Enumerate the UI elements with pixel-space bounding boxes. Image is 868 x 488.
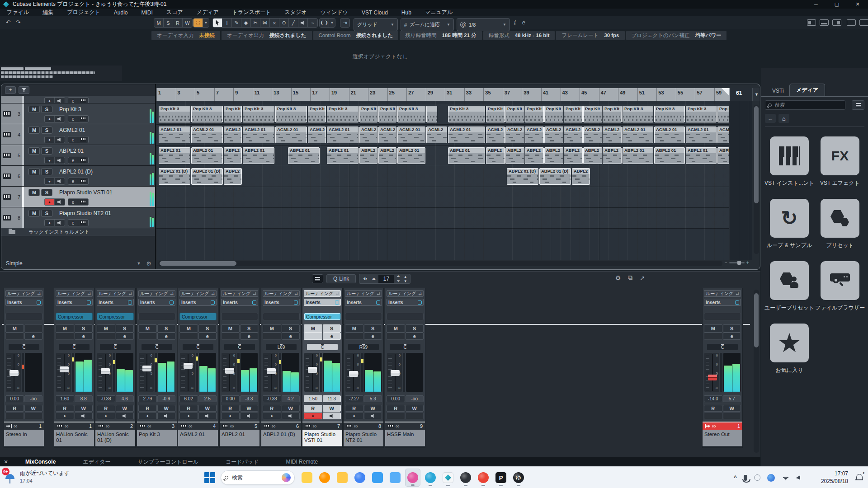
channel-mute-button[interactable]: M (5, 324, 24, 333)
midi-clip[interactable]: ABPL2 (572, 168, 590, 185)
read-automation-button[interactable]: R (56, 405, 74, 412)
track-edit-button[interactable]: e (68, 116, 78, 122)
fader-cap[interactable] (225, 368, 234, 374)
fx-tile-icon[interactable]: FX (821, 136, 859, 175)
track-instrument-button[interactable] (78, 98, 88, 103)
midi-clip[interactable]: AGML2 (603, 127, 622, 143)
channel-mute-button[interactable]: M (138, 324, 157, 333)
midi-clip[interactable]: AGML2 (505, 127, 524, 143)
mixer-channel[interactable]: ルーティング⇄InsertsMSeR69605∞-2.275.3RW●∞8Pia… (343, 288, 384, 448)
midi-clip[interactable]: ABPL2 01 (D) (191, 168, 223, 185)
close-lower-zone-icon[interactable]: ✕ (0, 459, 12, 465)
track-solo-button[interactable]: S (41, 147, 52, 155)
midi-clip[interactable]: ABPL2 01 (654, 147, 685, 164)
monitor-button[interactable] (282, 413, 300, 419)
fader-cap[interactable] (308, 367, 317, 373)
taskbar-app-cubase[interactable] (440, 469, 456, 487)
midi-clip[interactable]: ABPL2 01 (686, 147, 717, 164)
midi-clip[interactable]: ABPL2 01 (448, 147, 485, 164)
volume-value[interactable]: 2.79 (138, 395, 157, 402)
track-row[interactable]: 3MSPop Kit 3●e (1, 103, 155, 124)
track-row[interactable]: 7MSPiapro Studio VSTi 01●e (1, 187, 155, 207)
insert-slot[interactable] (5, 313, 42, 320)
channel-solo-button[interactable]: S (75, 324, 93, 333)
menu-item[interactable]: Hub (395, 9, 418, 16)
write-automation-button[interactable]: W (116, 405, 134, 412)
mixer-scrollbar-thumb[interactable] (754, 293, 759, 347)
channel-mute-button[interactable]: M (387, 324, 405, 333)
midi-clip[interactable]: Pop Kit 3 (623, 106, 653, 122)
track-record-button[interactable]: ● (45, 116, 55, 122)
midi-clip[interactable]: ABPL2 01 (159, 147, 190, 164)
peak-value[interactable]: 5.7 (723, 395, 741, 402)
track-monitor-button[interactable] (55, 199, 65, 205)
iterative-quantize-icon[interactable]: ⁒ (514, 19, 516, 26)
midi-clip[interactable]: Pop Kit 3 (159, 106, 190, 122)
write-automation-button[interactable]: W (406, 405, 424, 412)
channel-name[interactable]: Piapro Studio VSTi 01 (302, 430, 342, 446)
chevron-down-icon[interactable]: ▼ (137, 261, 141, 266)
menu-item[interactable]: スタジオ (278, 9, 314, 16)
pan-control[interactable]: L69 (266, 344, 297, 350)
mixer-channel[interactable]: ルーティング⇄InsertsCompressorMSeC605∞1.5011.3… (302, 288, 343, 448)
midi-clip[interactable]: Pop Kit 3 (686, 106, 717, 122)
write-automation-button[interactable]: W (75, 405, 93, 412)
track-mute-button[interactable]: M (28, 127, 40, 134)
arrange-area[interactable]: Pop Kit 3Pop Kit 3Pop KitPop Kit 3Pop Ki… (156, 101, 752, 260)
hex-tile-icon[interactable] (821, 199, 859, 238)
routing-rack[interactable]: ルーティング⇄ (56, 290, 93, 297)
volume-value[interactable]: 6.02 (179, 395, 198, 402)
tab-vsti[interactable]: VSTi (766, 85, 790, 96)
midi-clip[interactable]: ABPL2 (359, 147, 377, 164)
media-tile[interactable]: ファイルブラウザー (815, 261, 865, 312)
track-monitor-button[interactable] (55, 136, 65, 143)
track-monitor-button[interactable] (55, 157, 65, 164)
channel-solo-button[interactable]: S (323, 324, 341, 333)
mixer-channel[interactable]: ルーティング⇄InsertsCompressorMSeC605∞1.608.8R… (54, 288, 94, 448)
insert-slot[interactable] (345, 313, 382, 320)
channel-mute-button[interactable]: M (56, 324, 74, 333)
track-solo-button[interactable]: S (41, 106, 52, 113)
insert-slot[interactable] (138, 313, 175, 320)
mixer-channel[interactable]: ルーティング⇄InsertsMSeC605∞2.79-0.9RW●∞3Pop K… (137, 288, 177, 448)
peak-value[interactable]: -oo (406, 395, 424, 402)
media-tile[interactable]: ★お気に入り (770, 324, 809, 374)
track-edit-button[interactable]: e (68, 220, 78, 226)
channel-step-icon[interactable]: ◂▸ (370, 277, 377, 281)
go-first-channel-icon[interactable]: ⏴⏵ (361, 277, 369, 282)
track-record-button[interactable]: ● (45, 178, 55, 184)
volume-value[interactable]: 0.00 (387, 395, 405, 402)
channel-name[interactable]: ABPL2 01 (D) (261, 430, 301, 446)
routing-rack[interactable]: ルーティング⇄ (221, 290, 258, 297)
midi-clip[interactable]: AGML2 (544, 127, 563, 143)
track-instrument-button[interactable] (78, 116, 88, 122)
insert-slot[interactable]: Compressor (179, 313, 217, 320)
microphone-icon[interactable] (744, 475, 747, 481)
track-row[interactable]: 5MSABPL2 01●e (1, 145, 155, 166)
tray-overflow-icon[interactable]: ^ (734, 474, 737, 481)
read-automation-button[interactable]: R (97, 405, 115, 412)
volume-value[interactable]: -2.27 (345, 395, 363, 402)
vertical-scrollbar[interactable] (754, 105, 759, 254)
midi-clip[interactable]: Pop Kit (583, 106, 602, 122)
track-main[interactable]: MSPiapro Studio VSTi 01●e (24, 187, 155, 207)
vertical-scrollbar-thumb[interactable] (754, 106, 759, 203)
channel-name[interactable]: Pop Kit 3 (137, 430, 177, 446)
copilot-icon[interactable] (282, 473, 291, 482)
read-automation-button[interactable]: R (263, 405, 281, 412)
channel-fader[interactable]: 605∞ (139, 353, 154, 392)
record-enable-button[interactable]: ● (221, 413, 240, 419)
channel-edit-button[interactable]: e (157, 333, 176, 340)
taskbar-app-obs[interactable] (458, 469, 473, 487)
pan-control[interactable]: C (59, 344, 90, 350)
channel-solo-button[interactable]: S (116, 324, 134, 333)
monitor-button[interactable] (157, 413, 176, 419)
monitor-button[interactable] (75, 413, 93, 419)
project-overview[interactable] (0, 66, 122, 81)
track-row-partial[interactable]: ●e (1, 96, 155, 103)
fader-cap[interactable] (9, 370, 19, 376)
fader-cap[interactable] (708, 375, 717, 380)
media-tile[interactable]: FXVST エフェクト (820, 136, 860, 187)
channel-solo-button[interactable]: S (364, 324, 382, 333)
zoom-tool[interactable]: ⊙ (279, 19, 289, 27)
